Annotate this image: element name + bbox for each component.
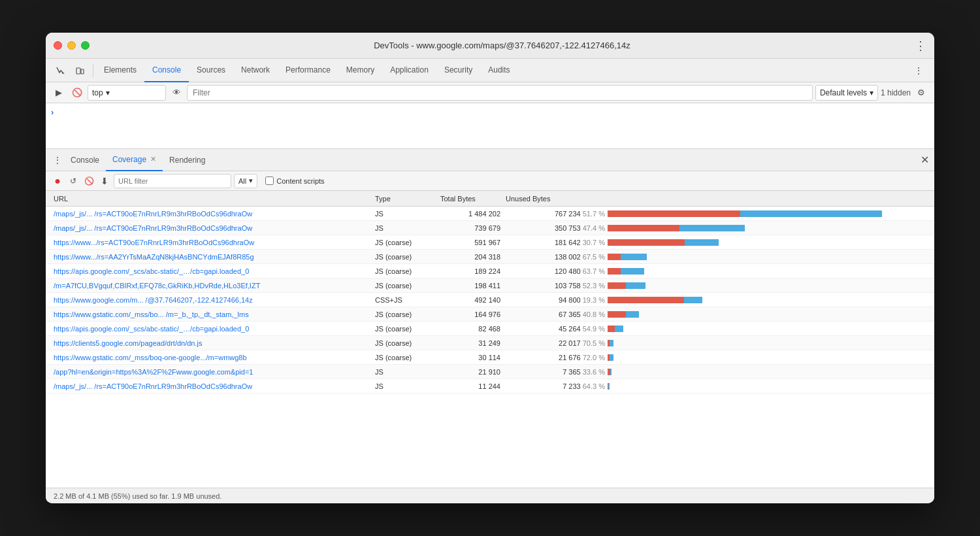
tab-network[interactable]: Network [233,59,278,82]
content-scripts-label[interactable]: Content scripts [265,176,324,185]
devtools-more-button[interactable]: ⋮ [909,61,928,80]
table-row[interactable]: /app?hl=en&origin=https%3A%2F%2Fwww.goog… [46,365,934,379]
tab-elements[interactable]: Elements [96,59,144,82]
close-button[interactable] [54,41,62,50]
table-row[interactable]: https://www.../rs=AA2YrTsMaAZqN8kjHAsBNC… [46,250,934,264]
cell-total: 164 976 [438,310,503,318]
cell-total: 30 114 [438,354,503,361]
panel-tab-rendering[interactable]: Rendering [163,149,212,171]
cell-unused: 22 017 70.5 % [503,339,608,347]
tab-performance[interactable]: Performance [278,59,338,82]
cell-total: 591 967 [438,239,503,246]
chevron-down-icon: ▾ [870,88,874,97]
cell-total: 1 484 202 [438,210,503,218]
titlebar: DevTools - www.google.com/maps/@37.76462… [46,33,934,59]
table-row[interactable]: /maps/_js/... /rs=ACT90oE7nRnrLR9m3hrRBo… [46,207,934,221]
hidden-count: 1 hidden [881,88,911,97]
table-row[interactable]: https://www.gstatic.com/_mss/bo... /m=_b… [46,307,934,322]
clear-button[interactable]: 🚫 [82,175,95,188]
filter-input[interactable] [187,85,813,101]
col-header-total[interactable]: Total Bytes [438,195,503,203]
cell-total: 21 910 [438,368,503,376]
cell-url: https://www.../rs=ACT90oE7nRnrLR9m3hrRBo… [51,239,372,246]
cell-unused: 120 480 63.7 % [503,267,608,275]
cell-bar [608,324,929,333]
cell-type: JS (coarse) [372,354,438,361]
col-header-unused[interactable]: Unused Bytes [503,195,608,203]
url-filter-input[interactable] [114,174,231,188]
table-row[interactable]: https://www.../rs=ACT90oE7nRnrLR9m3hrRBo… [46,235,934,250]
chevron-down-icon: ▾ [106,88,110,97]
cell-bar [608,224,929,233]
tab-sources[interactable]: Sources [189,59,233,82]
context-selector[interactable]: top ▾ [88,85,166,101]
cell-type: JS (coarse) [372,325,438,333]
cell-total: 11 244 [438,382,503,390]
record-button[interactable]: ● [51,175,64,188]
cell-unused: 67 365 40.8 % [503,310,608,318]
cell-total: 198 411 [438,282,503,290]
type-filter-selector[interactable]: All ▾ [234,174,257,188]
tab-application[interactable]: Application [382,59,436,82]
table-row[interactable]: /m=A7fCU,BVgquf,CBIRxf,EFQ78c,GkRiKb,HDv… [46,278,934,293]
content-scripts-checkbox[interactable] [265,176,274,185]
cell-type: JS [372,224,438,232]
table-row[interactable]: https://apis.google.com/_scs/abc-static/… [46,264,934,278]
minimize-button[interactable] [67,41,76,50]
console-toolbar: ▶ 🚫 top ▾ 👁 Default levels ▾ 1 hidden ⚙ [46,82,934,103]
levels-selector[interactable]: Default levels ▾ [815,85,878,101]
inspect-element-button[interactable] [51,61,69,80]
panel-tab-coverage[interactable]: Coverage ✕ [106,149,163,171]
chevron-down-icon: ▾ [249,176,253,185]
panel-tab-console[interactable]: Console [64,149,106,171]
cell-total: 31 249 [438,339,503,347]
cell-unused: 767 234 51.7 % [503,210,608,218]
cell-unused: 21 676 72.0 % [503,354,608,361]
block-requests-button[interactable]: 🚫 [69,85,85,101]
col-header-url[interactable]: URL [51,195,372,203]
tab-console[interactable]: Console [144,59,189,82]
table-row[interactable]: /maps/_js/... /rs=ACT90oE7nRnrLR9m3hrRBo… [46,379,934,394]
more-options-button[interactable]: ⋮ [915,39,926,53]
refresh-button[interactable]: ↺ [67,175,80,188]
cell-type: JS (coarse) [372,239,438,246]
cell-total: 492 140 [438,296,503,304]
console-expand-button[interactable]: › [51,107,54,117]
fullscreen-button[interactable] [81,41,90,50]
download-button[interactable]: ⬇ [98,175,111,188]
settings-icon[interactable]: ⚙ [913,85,929,101]
eye-button[interactable]: 👁 [169,85,184,101]
device-toolbar-button[interactable] [71,61,89,80]
traffic-lights [54,41,90,50]
table-row[interactable]: https://apis.google.com/_scs/abc-static/… [46,322,934,336]
cell-unused: 94 800 19.3 % [503,296,608,304]
cell-total: 189 224 [438,267,503,275]
table-row[interactable]: https://www.gstatic.com/_mss/boq-one-goo… [46,350,934,365]
table-row[interactable]: /maps/_js/... /rs=ACT90oE7nRnrLR9m3hrRBo… [46,221,934,235]
cell-url: https://www.google.com/m... /@37.7646207… [51,296,372,304]
tab-audits[interactable]: Audits [480,59,517,82]
window-title: DevTools - www.google.com/maps/@37.76462… [90,41,915,50]
run-script-button[interactable]: ▶ [51,85,67,101]
table-row[interactable]: https://www.google.com/m... /@37.7646207… [46,293,934,307]
panel-menu-button[interactable]: ⋮ [51,154,64,167]
cell-type: CSS+JS [372,296,438,304]
tab-security[interactable]: Security [436,59,480,82]
panel-close-button[interactable]: ✕ [921,154,929,166]
col-header-type[interactable]: Type [372,195,438,203]
cell-bar [608,281,929,290]
coverage-toolbar: ● ↺ 🚫 ⬇ All ▾ Content scripts [46,171,934,191]
cell-bar [608,267,929,276]
cell-bar [608,382,929,391]
cell-total: 739 679 [438,224,503,232]
cell-url: /maps/_js/... /rs=ACT90oE7nRnrLR9m3hrRBo… [51,382,372,390]
cell-type: JS (coarse) [372,267,438,275]
cell-unused: 7 365 33.6 % [503,368,608,376]
table-header: URL Type Total Bytes Unused Bytes [46,191,934,207]
table-row[interactable]: https://clients5.google.com/pagead/drt/d… [46,336,934,350]
cell-unused: 138 002 67.5 % [503,253,608,261]
console-output-area: › [46,103,934,149]
devtools-tab-bar: Elements Console Sources Network Perform… [46,59,934,82]
coverage-tab-close-button[interactable]: ✕ [150,155,156,163]
tab-memory[interactable]: Memory [338,59,382,82]
